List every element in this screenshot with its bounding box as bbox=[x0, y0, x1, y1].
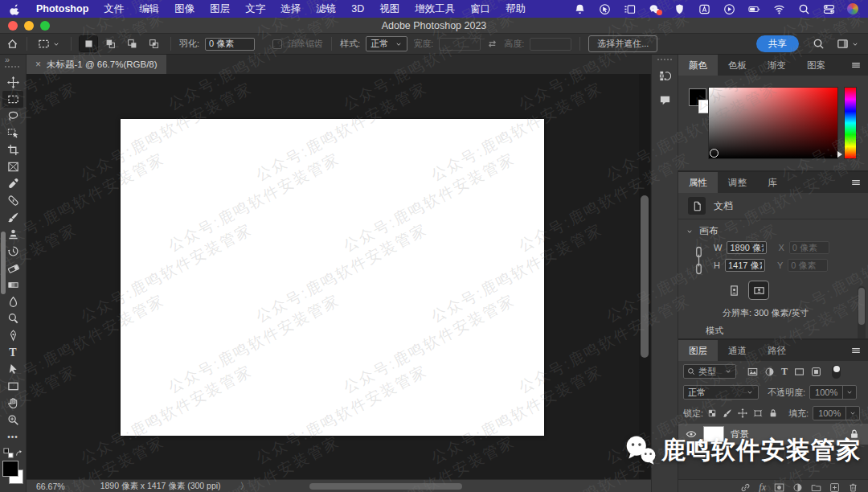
menu-item-select[interactable]: 选择 bbox=[280, 2, 301, 16]
close-tab-icon[interactable]: × bbox=[35, 59, 41, 70]
intersect-selection-button[interactable] bbox=[145, 36, 162, 51]
spot-healing-brush-tool[interactable] bbox=[2, 192, 23, 209]
foreground-color-swatch[interactable] bbox=[2, 461, 18, 477]
share-button[interactable]: 共享 bbox=[756, 35, 799, 52]
toolbar-collapse-header[interactable]: » bbox=[0, 55, 26, 74]
canvas-y-input[interactable] bbox=[788, 259, 828, 272]
home-button[interactable] bbox=[6, 38, 18, 50]
crop-tool[interactable] bbox=[2, 141, 23, 158]
fill-select[interactable]: 100% bbox=[813, 406, 860, 420]
default-swap-colors[interactable] bbox=[2, 447, 24, 459]
menu-item-view[interactable]: 视图 bbox=[379, 2, 399, 16]
menu-item-filter[interactable]: 滤镜 bbox=[316, 2, 336, 16]
zoom-tool[interactable] bbox=[2, 412, 23, 428]
color-field-marker[interactable] bbox=[710, 149, 719, 158]
input-source-icon[interactable] bbox=[698, 2, 710, 15]
tab-gradients[interactable]: 渐变 bbox=[757, 55, 796, 76]
screen-mirroring-icon[interactable] bbox=[598, 2, 611, 15]
tab-layers[interactable]: 图层 bbox=[678, 340, 718, 361]
menu-app-name[interactable]: Photoshop bbox=[36, 3, 88, 14]
rectangle-tool[interactable] bbox=[2, 378, 23, 395]
menu-item-window[interactable]: 窗口 bbox=[470, 2, 490, 16]
canvas-viewport[interactable] bbox=[27, 74, 651, 479]
layer-filter-toggle[interactable] bbox=[832, 365, 841, 379]
app-sphere-icon[interactable] bbox=[847, 3, 858, 14]
vertical-scrollbar[interactable] bbox=[641, 195, 649, 358]
hue-slider-marker[interactable] bbox=[837, 151, 842, 158]
tool-preset-picker[interactable] bbox=[35, 36, 63, 51]
comments-panel-button[interactable] bbox=[655, 91, 674, 109]
move-tool[interactable] bbox=[2, 74, 23, 91]
tab-channels[interactable]: 通道 bbox=[718, 340, 757, 361]
portrait-orientation-button[interactable] bbox=[724, 281, 743, 299]
canvas-x-input[interactable] bbox=[789, 241, 829, 254]
tab-patterns[interactable]: 图案 bbox=[796, 55, 836, 76]
layer-style-icon[interactable]: fx bbox=[759, 482, 766, 492]
blur-tool[interactable] bbox=[2, 293, 23, 310]
lock-transparency-icon[interactable] bbox=[707, 408, 717, 418]
battery-icon[interactable] bbox=[747, 2, 760, 15]
object-selection-tool[interactable] bbox=[2, 125, 23, 141]
new-layer-icon[interactable] bbox=[829, 482, 840, 492]
search-button[interactable] bbox=[813, 38, 825, 50]
type-tool[interactable]: T bbox=[2, 344, 23, 361]
canvas-height-input[interactable] bbox=[725, 259, 765, 272]
tab-properties[interactable]: 属性 bbox=[678, 172, 718, 193]
hand-tool[interactable] bbox=[2, 395, 23, 412]
apple-menu[interactable] bbox=[10, 3, 21, 15]
collapse-chevrons[interactable]: » bbox=[5, 56, 9, 64]
path-selection-tool[interactable] bbox=[2, 361, 23, 378]
color-field[interactable] bbox=[708, 87, 838, 159]
canvas-section-header[interactable]: 画布 bbox=[678, 219, 868, 240]
horizontal-scrollbar[interactable] bbox=[309, 483, 462, 490]
select-and-mask-button[interactable]: 选择并遮住... bbox=[588, 35, 657, 52]
delete-layer-icon[interactable] bbox=[848, 482, 858, 492]
filter-shape-layers-icon[interactable] bbox=[794, 367, 805, 377]
lock-all-icon[interactable] bbox=[768, 408, 778, 418]
bell-icon[interactable] bbox=[573, 2, 586, 15]
link-layers-icon[interactable] bbox=[740, 482, 751, 492]
lock-pixels-icon[interactable] bbox=[723, 408, 732, 418]
panel-scrollbar[interactable] bbox=[858, 288, 865, 325]
dodge-tool[interactable] bbox=[2, 310, 23, 327]
filter-pixel-layers-icon[interactable] bbox=[747, 367, 758, 377]
control-center-icon[interactable] bbox=[822, 2, 835, 15]
menu-item-image[interactable]: 图像 bbox=[174, 2, 194, 16]
edit-toolbar-button[interactable]: ••• bbox=[2, 428, 23, 445]
tab-adjustments[interactable]: 调整 bbox=[718, 172, 757, 193]
filter-adjustment-layers-icon[interactable] bbox=[764, 367, 775, 377]
lock-position-icon[interactable] bbox=[738, 408, 747, 418]
canvas-width-input[interactable] bbox=[727, 241, 767, 254]
lock-artboard-icon[interactable] bbox=[753, 408, 763, 418]
filter-type-select[interactable]: 类型 bbox=[683, 364, 736, 379]
tab-libraries[interactable]: 库 bbox=[757, 172, 788, 193]
menu-item-3d[interactable]: 3D bbox=[351, 3, 364, 14]
opacity-select[interactable]: 100% bbox=[809, 385, 857, 400]
panel-menu-button[interactable] bbox=[850, 177, 862, 188]
width-input[interactable] bbox=[439, 38, 481, 51]
security-shield-icon[interactable] bbox=[673, 2, 686, 15]
canvas-document[interactable] bbox=[121, 119, 544, 436]
pen-tool[interactable] bbox=[2, 327, 23, 344]
new-adjustment-layer-icon[interactable] bbox=[792, 482, 803, 492]
zoom-level[interactable]: 66.67% bbox=[27, 482, 76, 491]
history-panel-button[interactable] bbox=[655, 67, 674, 84]
swap-dimensions-button[interactable] bbox=[486, 38, 498, 50]
screen-record-icon[interactable] bbox=[723, 2, 735, 15]
wechat-icon[interactable] bbox=[648, 2, 661, 15]
menu-item-edit[interactable]: 编辑 bbox=[139, 2, 159, 16]
wifi-icon[interactable] bbox=[772, 2, 785, 15]
stage-manager-icon[interactable] bbox=[623, 2, 636, 15]
status-chevron-icon[interactable]: 〉 bbox=[229, 481, 249, 492]
tab-paths[interactable]: 路径 bbox=[757, 340, 796, 361]
filter-smart-objects-icon[interactable] bbox=[811, 367, 821, 377]
menu-item-type[interactable]: 文字 bbox=[245, 2, 265, 16]
eyedropper-tool[interactable] bbox=[2, 175, 23, 192]
landscape-orientation-button[interactable] bbox=[749, 281, 768, 299]
panel-menu-button[interactable] bbox=[850, 59, 862, 71]
frame-tool[interactable] bbox=[2, 158, 23, 175]
feather-input[interactable] bbox=[205, 38, 255, 51]
height-input[interactable] bbox=[530, 38, 571, 51]
brush-tool[interactable] bbox=[2, 209, 23, 226]
panel-menu-button[interactable] bbox=[850, 345, 862, 356]
